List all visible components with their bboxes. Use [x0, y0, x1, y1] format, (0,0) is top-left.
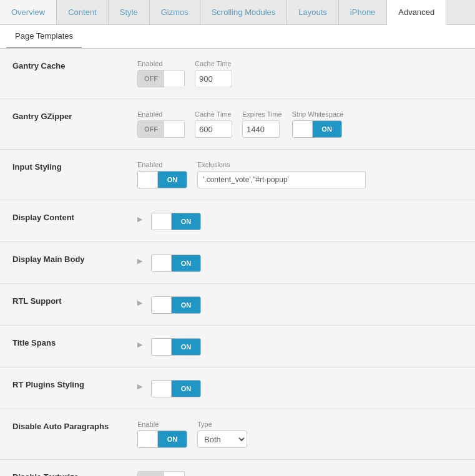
input-cache-time-gg[interactable]	[195, 120, 232, 138]
tab-content[interactable]: Content	[57, 0, 109, 24]
toggle-gzipper-enabled[interactable]: OFF	[137, 120, 185, 138]
fields-dap: Enable ON Type Both Content Module	[137, 420, 247, 448]
on-rtl: ON	[172, 297, 200, 313]
controls-disable-texturize: OFF	[137, 471, 185, 476]
label-strip-ws-gg: Strip Whitespace	[292, 110, 344, 118]
toggle-display-content[interactable]: ON	[151, 213, 201, 230]
toggle-rtl-support[interactable]: ON	[151, 296, 201, 314]
sub-tab-page-templates[interactable]: Page Templates	[6, 25, 82, 48]
row-rt-plugins-styling: RT Plugins Styling ▶ ON	[0, 367, 475, 409]
controls-display-content: ▶ ON	[137, 211, 201, 230]
row-disable-texturize: Disable Texturize OFF	[0, 460, 475, 476]
fields-input-styling: Enabled ON Exclusions	[137, 161, 366, 188]
field-enabled-is: Enabled ON	[137, 161, 187, 188]
content-area: Gantry Cache Enabled OFF Cache Time Gant…	[0, 49, 475, 476]
controls-input-styling: Enabled ON Exclusions	[137, 161, 366, 188]
label-type-dap: Type	[197, 420, 247, 428]
tab-iphone[interactable]: iPhone	[339, 0, 387, 24]
controls-disable-auto-paragraphs: Enable ON Type Both Content Module	[137, 420, 247, 448]
tab-gizmos[interactable]: Gizmos	[150, 0, 200, 24]
row-display-content: Display Content ▶ ON	[0, 200, 475, 242]
toggle-off-label: OFF	[138, 70, 164, 87]
space-dmb	[152, 255, 172, 271]
toggle-strip-whitespace[interactable]: ON	[292, 120, 342, 138]
label-title-spans: Title Spans	[12, 337, 137, 347]
tabs-bar: Overview Content Style Gizmos Scrolling …	[0, 0, 475, 25]
tab-scrolling-modules[interactable]: Scrolling Modules	[200, 0, 288, 24]
toggle-title-spans[interactable]: ON	[151, 338, 201, 356]
toggle-gantry-cache-enabled[interactable]: OFF	[137, 70, 185, 87]
row-title-spans: Title Spans ▶ ON	[0, 326, 475, 367]
field-type-dap: Type Both Content Module	[197, 420, 247, 448]
arrow-icon-rtl: ▶	[137, 296, 142, 307]
toggle-spacer-gg	[164, 121, 184, 137]
tab-style[interactable]: Style	[109, 0, 150, 24]
on-ts: ON	[172, 339, 200, 355]
field-enable-dap: Enable ON	[137, 420, 187, 448]
label-enabled-gc: Enabled	[137, 60, 185, 67]
tab-advanced[interactable]: Advanced	[387, 0, 446, 25]
label-gantry-gzipper: Gantry GZipper	[12, 110, 137, 121]
field-enabled-gantry-cache: Enabled OFF	[137, 60, 185, 87]
label-disable-texturize: Disable Texturize	[12, 471, 137, 476]
controls-rt-plugins-styling: ▶ ON	[137, 379, 201, 397]
field-exclusions-is: Exclusions	[197, 161, 366, 188]
field-cache-time-gg: Cache Time	[195, 110, 232, 138]
fields-gantry-gzipper: Enabled OFF Cache Time Expires Time Stri…	[137, 110, 344, 138]
toggle-input-styling-enabled[interactable]: ON	[137, 171, 187, 188]
toggle-on-is: ON	[158, 172, 187, 188]
space-ts	[152, 339, 172, 355]
space-dc	[152, 213, 172, 230]
space-dap	[138, 431, 158, 447]
toggle-rt-plugins-styling[interactable]: ON	[151, 380, 201, 397]
toggle-display-main-body[interactable]: ON	[151, 255, 201, 272]
sub-tabs-bar: Page Templates	[0, 25, 475, 49]
on-dap: ON	[158, 431, 187, 447]
label-cache-time-gc: Cache Time	[195, 60, 232, 67]
off-dt: OFF	[138, 472, 164, 476]
tab-layouts[interactable]: Layouts	[287, 0, 339, 24]
toggle-disable-texturize[interactable]: OFF	[137, 471, 185, 476]
arrow-icon-dc: ▶	[137, 213, 142, 223]
label-enabled-gg: Enabled	[137, 110, 185, 118]
space-rps	[152, 381, 172, 397]
input-expires-time-gg[interactable]	[242, 120, 280, 138]
toggle-off-gg: OFF	[138, 121, 164, 137]
row-rtl-support: RTL Support ▶ ON	[0, 284, 475, 326]
input-cache-time-gc[interactable]	[195, 70, 232, 87]
controls-gantry-cache: Enabled OFF Cache Time	[137, 60, 232, 87]
arrow-icon-ts: ▶	[137, 338, 142, 349]
input-exclusions-is[interactable]	[197, 171, 366, 188]
toggle-dap-enabled[interactable]: ON	[137, 430, 187, 448]
fields-gantry-cache: Enabled OFF Cache Time	[137, 60, 232, 87]
label-display-main-body: Display Main Body	[12, 253, 137, 264]
row-display-main-body: Display Main Body ▶ ON	[0, 242, 475, 284]
tab-overview[interactable]: Overview	[0, 0, 57, 24]
select-type-dap[interactable]: Both Content Module	[197, 430, 247, 448]
field-expires-time-gg: Expires Time	[242, 110, 282, 138]
field-cache-time-gc: Cache Time	[195, 60, 232, 87]
on-dc: ON	[172, 213, 200, 230]
label-cache-time-gg: Cache Time	[195, 110, 232, 118]
label-enable-dap: Enable	[137, 420, 187, 428]
toggle-on-label-gg: ON	[313, 121, 341, 137]
toggle-white-space-gg	[293, 121, 313, 137]
arrow-icon-rps: ▶	[137, 380, 142, 391]
on-dmb: ON	[172, 255, 200, 271]
label-rt-plugins-styling: RT Plugins Styling	[12, 379, 137, 389]
field-strip-ws-gg: Strip Whitespace ON	[292, 110, 344, 138]
controls-gantry-gzipper: Enabled OFF Cache Time Expires Time Stri…	[137, 110, 344, 138]
field-enabled-gg: Enabled OFF	[137, 110, 185, 138]
label-rtl-support: RTL Support	[12, 295, 137, 306]
label-disable-auto-paragraphs: Disable Auto Paragraphs	[12, 420, 137, 431]
label-expires-time-gg: Expires Time	[242, 110, 282, 118]
label-input-styling: Input Styling	[12, 161, 137, 172]
arrow-icon-dmb: ▶	[137, 255, 142, 265]
row-input-styling: Input Styling Enabled ON Exclusions	[0, 150, 475, 200]
label-display-content: Display Content	[12, 211, 137, 222]
label-enabled-is: Enabled	[137, 161, 187, 168]
row-gantry-gzipper: Gantry GZipper Enabled OFF Cache Time Ex…	[0, 99, 475, 150]
on-rps: ON	[172, 381, 200, 397]
label-exclusions-is: Exclusions	[197, 161, 366, 168]
controls-display-main-body: ▶ ON	[137, 253, 201, 272]
